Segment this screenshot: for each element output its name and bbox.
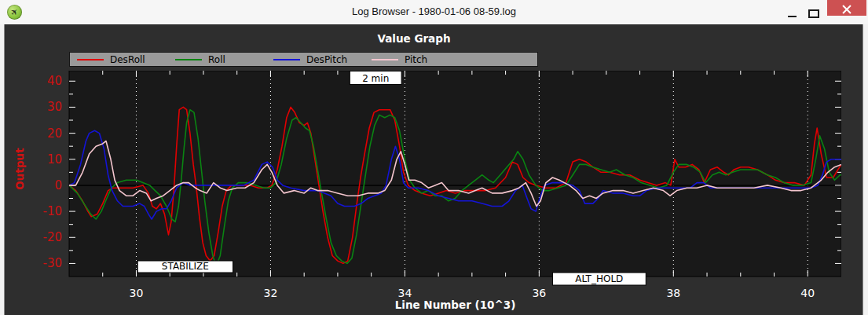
window-border-right: [863, 24, 868, 315]
chart-title: Value Graph: [0, 32, 828, 45]
legend-label: DesRoll: [110, 54, 145, 65]
legend-item-DesRoll: DesRoll: [70, 54, 168, 65]
legend-label: DesPitch: [306, 54, 347, 65]
legend-label: Pitch: [405, 54, 427, 65]
titlebar[interactable]: ✈ Log Browser - 1980-01-06 08-59.log: [0, 0, 868, 24]
y-tick-label: -30: [43, 256, 63, 270]
y-tick-label: 20: [47, 126, 62, 141]
y-tick-label: -10: [43, 204, 63, 218]
x-tick-label: 36: [532, 287, 546, 299]
y-tick-label: 0: [54, 178, 62, 192]
y-tick-label: 40: [47, 74, 62, 88]
legend-line-swatch: [372, 59, 398, 60]
x-tick-label: 32: [264, 287, 278, 299]
x-tick-label: 40: [800, 287, 815, 299]
x-tick-label: 38: [666, 287, 680, 299]
annotation-label: STABILIZE: [162, 261, 209, 272]
y-tick-label: 30: [47, 100, 62, 114]
annotation-label: ALT_HOLD: [575, 273, 623, 284]
maximize-icon: [808, 9, 819, 18]
x-axis-label: Line Number (10^3): [69, 299, 841, 311]
minimize-button[interactable]: [784, 0, 800, 20]
legend-item-Roll: Roll: [168, 54, 266, 65]
maximize-button[interactable]: [806, 0, 822, 20]
window-border-left: [0, 24, 5, 315]
log-browser-window: ✈ Log Browser - 1980-01-06 08-59.log Val…: [0, 0, 868, 315]
close-button[interactable]: [827, 0, 866, 16]
legend-label: Roll: [208, 54, 225, 65]
legend-line-swatch: [77, 59, 104, 60]
value-graph-plot[interactable]: 403020100-10-20-303032343638402 minSTABI…: [38, 71, 841, 299]
legend-item-DesPitch: DesPitch: [266, 54, 364, 65]
x-tick-label: 30: [130, 287, 144, 299]
close-icon: [842, 5, 852, 14]
x-tick-label: 34: [397, 287, 412, 299]
y-axis-label: Output: [13, 148, 26, 189]
y-tick-label: 10: [47, 152, 62, 167]
minimize-icon: [788, 16, 797, 17]
y-tick-label: -20: [43, 230, 63, 244]
annotation-label: 2 min: [362, 73, 389, 84]
legend: DesRollRollDesPitchPitch: [69, 52, 538, 67]
legend-item-Pitch: Pitch: [364, 54, 463, 65]
legend-line-swatch: [175, 59, 202, 60]
legend-line-swatch: [273, 59, 300, 60]
window-title: Log Browser - 1980-01-06 08-59.log: [0, 0, 868, 24]
